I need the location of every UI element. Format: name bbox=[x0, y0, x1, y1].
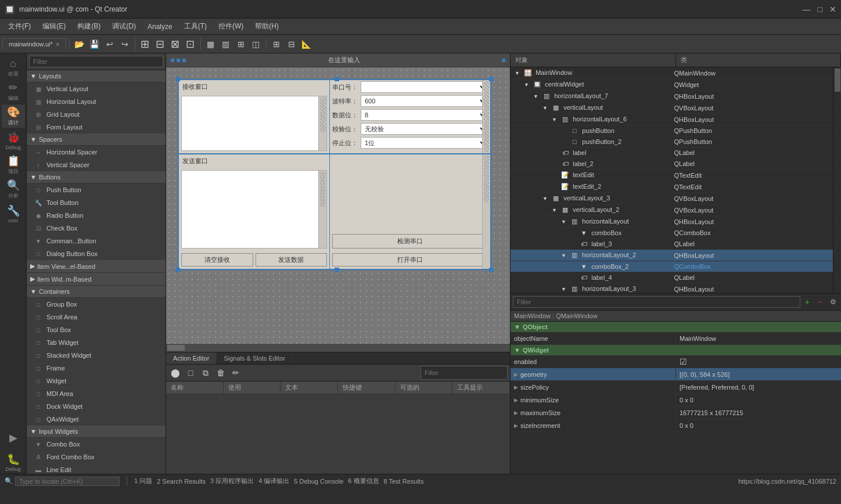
resize-handle-tm[interactable] bbox=[177, 59, 180, 62]
toolbar-btn-8[interactable]: ◫ bbox=[249, 37, 263, 51]
redo-button[interactable]: ↪ bbox=[118, 37, 132, 51]
status-general[interactable]: 6 概要信息 bbox=[348, 477, 379, 485]
sel-handle-tr[interactable] bbox=[489, 77, 494, 81]
widget-mdi-area[interactable]: □ MDI Area bbox=[27, 387, 166, 400]
section-item-widgets[interactable]: ▶ Item Wid..m-Based bbox=[27, 273, 166, 286]
qwidget-arrow[interactable]: ▼ bbox=[514, 347, 520, 354]
recv-text-area[interactable] bbox=[181, 96, 327, 151]
status-url[interactable]: https://blog.csdn.net/qq_41068712 bbox=[738, 478, 836, 485]
status-compile[interactable]: 4 编译输出 bbox=[258, 477, 289, 485]
qobject-arrow[interactable]: ▼ bbox=[514, 323, 520, 330]
mode-run[interactable]: ▶ bbox=[2, 426, 25, 449]
menu-build[interactable]: 构建(B) bbox=[71, 19, 106, 34]
toolbar-btn-9[interactable]: ⊞ bbox=[269, 37, 283, 51]
widget-dock-widget[interactable]: □ Dock Widget bbox=[27, 400, 166, 413]
widget-qaxwidget[interactable]: □ QAxWidget bbox=[27, 413, 166, 426]
tree-item-hlayout[interactable]: ▼ ▥ horizontalLayout QHBoxLayout bbox=[511, 216, 833, 228]
menu-tools[interactable]: 工具(T) bbox=[178, 19, 213, 34]
tab-signals-slots[interactable]: Signals & Slots Editor bbox=[217, 352, 293, 364]
prop-row-geometry[interactable]: ▶ geometry [(0, 0), 584 x 526] bbox=[511, 368, 841, 381]
settings-scrollbar-thumb[interactable] bbox=[484, 81, 489, 152]
undo-button[interactable]: ↩ bbox=[103, 37, 117, 51]
send-data-button[interactable]: 发送数据 bbox=[256, 253, 328, 267]
status-search[interactable]: 2 Search Results bbox=[157, 478, 206, 485]
file-tab[interactable]: mainwindow.ui* ✕ bbox=[2, 38, 66, 49]
menu-edit[interactable]: 编辑(E) bbox=[37, 19, 71, 34]
action-delete-button[interactable]: 🗑 bbox=[214, 366, 228, 380]
toolbar-btn-4[interactable]: ⊡ bbox=[184, 37, 197, 51]
baud-combo[interactable]: 600 bbox=[361, 95, 488, 107]
sizeincrement-expand[interactable]: ▶ bbox=[514, 423, 518, 429]
widget-widget[interactable]: □ Widget bbox=[27, 375, 166, 387]
sel-handle-tl[interactable] bbox=[175, 77, 180, 81]
sizepolicy-expand[interactable]: ▶ bbox=[514, 384, 518, 390]
check-combo[interactable]: 无校验 bbox=[361, 123, 488, 135]
detect-port-button[interactable]: 检测串口 bbox=[332, 234, 488, 249]
tree-item-pushbutton2[interactable]: ▶ □ pushButton_2 QPushButton bbox=[511, 136, 833, 147]
toolbar-btn-1[interactable]: ⊞ bbox=[138, 37, 152, 51]
data-combo[interactable]: 8 bbox=[361, 109, 488, 121]
sel-handle-tc[interactable] bbox=[335, 77, 339, 81]
canvas-h-scrollbar[interactable] bbox=[166, 344, 510, 352]
minimize-button[interactable]: — bbox=[803, 5, 811, 14]
status-test[interactable]: 8 Test Results bbox=[384, 478, 424, 485]
widget-tool-button[interactable]: 🔧 Tool Button bbox=[27, 196, 166, 209]
open-file-button[interactable]: 📂 bbox=[73, 37, 87, 51]
status-debug-console[interactable]: 5 Debug Console bbox=[294, 478, 343, 485]
status-appoutput[interactable]: 3 应用程序输出 bbox=[210, 477, 254, 485]
prop-row-enabled[interactable]: enabled ☑ bbox=[511, 355, 841, 368]
section-item-views[interactable]: ▶ Item View...el-Based bbox=[27, 260, 166, 273]
form-canvas[interactable]: 接收窗口 bbox=[178, 79, 491, 270]
section-layouts[interactable]: ▼ Layouts bbox=[27, 70, 166, 82]
send-scrollbar[interactable] bbox=[318, 171, 326, 248]
tree-item-label2[interactable]: ▶ 🏷 label_2 QLabel bbox=[511, 159, 833, 170]
menu-debug[interactable]: 调试(D) bbox=[106, 19, 142, 34]
sel-handle-bl[interactable] bbox=[175, 268, 180, 272]
prop-row-objectname[interactable]: objectName MainWindow bbox=[511, 332, 841, 345]
tree-item-textedit[interactable]: ▶ 📝 textEdit QTextEdit bbox=[511, 170, 833, 181]
tree-item-hlayout3[interactable]: ▼ ▥ horizontalLayout_3 QHBoxLayout bbox=[511, 283, 833, 293]
tree-item-vlayout2[interactable]: ▼ ▦ verticalLayout_2 QVBoxLayout bbox=[511, 204, 833, 216]
tree-item-pushbutton[interactable]: ▶ □ pushButton QPushButton bbox=[511, 125, 833, 136]
tree-item-vlayout[interactable]: ▼ ▦ verticalLayout QVBoxLayout bbox=[511, 102, 833, 114]
tree-item-hlayout6[interactable]: ▼ ▥ horizontalLayout_6 QHBoxLayout bbox=[511, 114, 833, 125]
send-text-area[interactable] bbox=[181, 170, 327, 249]
widget-dialog-button-box[interactable]: □ Dialog Button Box bbox=[27, 247, 166, 260]
toolbar-btn-3[interactable]: ⊠ bbox=[168, 37, 182, 51]
toolbar-btn-11[interactable]: 📐 bbox=[300, 37, 314, 51]
widget-filter-input[interactable] bbox=[29, 56, 163, 67]
widget-scroll-area[interactable]: □ Scroll Area bbox=[27, 311, 166, 323]
geometry-expand[interactable]: ▶ bbox=[514, 372, 518, 377]
clear-recv-button[interactable]: 清空接收 bbox=[181, 253, 253, 267]
close-button[interactable]: ✕ bbox=[829, 5, 836, 14]
widget-push-button[interactable]: □ Push Button bbox=[27, 183, 166, 196]
prop-row-maximumsize[interactable]: ▶ maximumSize 16777215 x 16777215 bbox=[511, 406, 841, 419]
tree-item-combobox2[interactable]: ▶ ▼ comboBox_2 QComboBox bbox=[511, 261, 833, 272]
save-button[interactable]: 💾 bbox=[88, 37, 102, 51]
tree-item-label3[interactable]: ▶ 🏷 label_3 QLabel bbox=[511, 239, 833, 250]
widget-grid-layout[interactable]: ⊞ Grid Layout bbox=[27, 108, 166, 121]
tree-item-label4[interactable]: ▶ 🏷 label_4 QLabel bbox=[511, 272, 833, 283]
stop-combo[interactable]: 1位 bbox=[361, 137, 488, 149]
toolbar-btn-7[interactable]: ⊞ bbox=[234, 37, 248, 51]
search-input[interactable] bbox=[15, 477, 120, 486]
action-copy-button[interactable]: ⧉ bbox=[199, 366, 213, 380]
settings-scrollbar[interactable] bbox=[482, 80, 490, 153]
tree-item-label[interactable]: ▶ 🏷 label QLabel bbox=[511, 147, 833, 159]
mode-design[interactable]: 🎨 设计 bbox=[2, 105, 25, 128]
obj-tree-scrollbar-thumb[interactable] bbox=[835, 69, 840, 92]
mode-edit[interactable]: ✏ 编辑 bbox=[2, 80, 25, 103]
prop-filter-input[interactable] bbox=[513, 296, 800, 308]
menu-file[interactable]: 文件(F) bbox=[2, 19, 37, 34]
prop-settings-button[interactable]: ⚙ bbox=[827, 296, 839, 308]
widget-frame[interactable]: □ Frame bbox=[27, 362, 166, 375]
prop-row-sizepolicy[interactable]: ▶ sizePolicy [Preferred, Preferred, 0, 0… bbox=[511, 381, 841, 394]
widget-font-combo-box[interactable]: A Font Combo Box bbox=[27, 451, 166, 463]
toolbar-btn-2[interactable]: ⊟ bbox=[153, 37, 167, 51]
prop-add-button[interactable]: + bbox=[802, 296, 813, 308]
section-containers[interactable]: ▼ Containers bbox=[27, 286, 166, 298]
obj-tree-scrollbar[interactable] bbox=[833, 67, 841, 293]
toolbar-btn-10[interactable]: ⊟ bbox=[285, 37, 299, 51]
section-spacers[interactable]: ▼ Spacers bbox=[27, 134, 166, 146]
widget-tool-box[interactable]: □ Tool Box bbox=[27, 323, 166, 336]
